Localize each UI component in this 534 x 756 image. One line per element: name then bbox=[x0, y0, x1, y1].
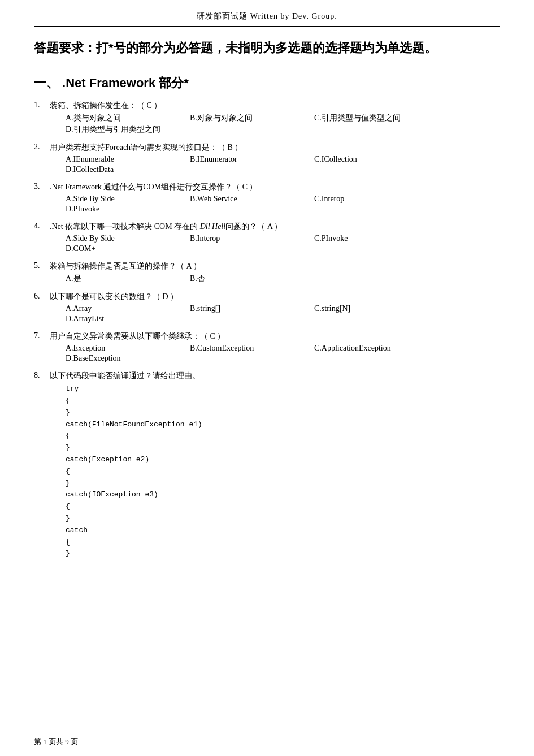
code-line-12: } bbox=[66, 513, 500, 525]
q1-options: A.类与对象之间 B.对象与对象之间 C.引用类型与值类型之间 D.引用类型与引… bbox=[66, 113, 500, 136]
q6-opt-b: B.string[] bbox=[190, 304, 314, 313]
q5-opt-b: B.否 bbox=[190, 274, 314, 284]
code-line-15: } bbox=[66, 548, 500, 560]
q3-content: .Net Framework 通过什么与COM组件进行交互操作？（ C ） A.… bbox=[50, 182, 500, 215]
page-header: 研发部面试题 Written by Dev. Group. bbox=[34, 11, 500, 27]
q4-opt-b: B.Interop bbox=[190, 234, 314, 243]
q3-text: .Net Framework 通过什么与COM组件进行交互操作？（ C ） bbox=[50, 182, 500, 192]
page-container: 研发部面试题 Written by Dev. Group. 答题要求：打*号的部… bbox=[0, 0, 534, 756]
q5-options: A.是 B.否 bbox=[66, 274, 500, 285]
q7-opt-a: A.Exception bbox=[66, 344, 190, 353]
q7-options: A.Exception B.CustomException C.Applicat… bbox=[66, 344, 500, 364]
footer-text: 第 1 页共 9 页 bbox=[34, 737, 78, 746]
question-5: 装箱与拆箱操作是否是互逆的操作？（ A ） A.是 B.否 bbox=[34, 261, 500, 285]
section1-title: 一、 .Net Framework 部分* bbox=[34, 75, 500, 92]
q2-opt-a: A.IEnumerable bbox=[66, 155, 190, 164]
q6-content: 以下哪个是可以变长的数组？（ D ） A.Array B.string[] C.… bbox=[50, 292, 500, 325]
q2-text: 用户类若想支持Foreach语句需要实现的接口是：（ B ） bbox=[50, 142, 500, 153]
q4-opt-a: A.Side By Side bbox=[66, 234, 190, 243]
q2-options: A.IEnumerable B.IEnumerator C.ICollectio… bbox=[66, 155, 500, 175]
q7-opt-c: C.ApplicationException bbox=[314, 344, 439, 353]
q1-opt-b: B.对象与对象之间 bbox=[190, 113, 314, 123]
code-line-3: } bbox=[66, 407, 500, 419]
instructions-text: 答题要求：打*号的部分为必答题，未指明为多选题的选择题均为单选题。 bbox=[34, 41, 437, 55]
q3-opt-b: B.Web Service bbox=[190, 195, 314, 204]
q1-text: 装箱、拆箱操作发生在：（ C ） bbox=[50, 101, 500, 111]
q8-code: try { } catch(FileNotFoundException e1) … bbox=[66, 383, 500, 560]
q2-opt-c: C.ICollection bbox=[314, 155, 439, 164]
q8-content: 以下代码段中能否编译通过？请给出理由。 try { } catch(FileNo… bbox=[50, 371, 500, 560]
q2-opt-b: B.IEnumerator bbox=[190, 155, 314, 164]
q6-opt-a: A.Array bbox=[66, 304, 190, 313]
q7-opt-d: D.BaseException bbox=[66, 354, 190, 363]
code-line-7: catch(Exception e2) bbox=[66, 454, 500, 466]
questions-list: 装箱、拆箱操作发生在：（ C ） A.类与对象之间 B.对象与对象之间 C.引用… bbox=[34, 101, 500, 560]
q4-options: A.Side By Side B.Interop C.PInvoke D.COM… bbox=[66, 234, 500, 254]
q6-opt-d: D.ArrayList bbox=[66, 314, 190, 323]
q6-text: 以下哪个是可以变长的数组？（ D ） bbox=[50, 292, 500, 302]
q2-content: 用户类若想支持Foreach语句需要实现的接口是：（ B ） A.IEnumer… bbox=[50, 142, 500, 175]
q2-opt-d: D.ICollectData bbox=[66, 165, 190, 174]
q7-opt-b: B.CustomException bbox=[190, 344, 314, 353]
q4-opt-d: D.COM+ bbox=[66, 244, 190, 253]
q5-opt-a: A.是 bbox=[66, 274, 190, 284]
q3-opt-d: D.PInvoke bbox=[66, 205, 190, 214]
code-line-14: { bbox=[66, 537, 500, 548]
q1-content: 装箱、拆箱操作发生在：（ C ） A.类与对象之间 B.对象与对象之间 C.引用… bbox=[50, 101, 500, 136]
question-6: 以下哪个是可以变长的数组？（ D ） A.Array B.string[] C.… bbox=[34, 292, 500, 325]
code-line-8: { bbox=[66, 466, 500, 478]
code-line-11: { bbox=[66, 501, 500, 513]
q8-text: 以下代码段中能否编译通过？请给出理由。 bbox=[50, 371, 500, 381]
q5-text: 装箱与拆箱操作是否是互逆的操作？（ A ） bbox=[50, 261, 500, 271]
q1-opt-c: C.引用类型与值类型之间 bbox=[314, 113, 439, 123]
question-4: .Net 依靠以下哪一项技术解决 COM 存在的 Dll Hell问题的？（ A… bbox=[34, 222, 500, 254]
q4-italic: Dll Hell bbox=[200, 222, 226, 231]
q3-opt-c: C.Interop bbox=[314, 195, 439, 204]
question-2: 用户类若想支持Foreach语句需要实现的接口是：（ B ） A.IEnumer… bbox=[34, 142, 500, 175]
code-line-5: { bbox=[66, 430, 500, 442]
question-8: 以下代码段中能否编译通过？请给出理由。 try { } catch(FileNo… bbox=[34, 371, 500, 560]
code-line-9: } bbox=[66, 478, 500, 490]
question-3: .Net Framework 通过什么与COM组件进行交互操作？（ C ） A.… bbox=[34, 182, 500, 215]
code-line-4: catch(FileNotFoundException e1) bbox=[66, 419, 500, 431]
q6-options: A.Array B.string[] C.string[N] D.ArrayLi… bbox=[66, 304, 500, 325]
code-line-1: try bbox=[66, 383, 500, 395]
question-1: 装箱、拆箱操作发生在：（ C ） A.类与对象之间 B.对象与对象之间 C.引用… bbox=[34, 101, 500, 136]
code-line-13: catch bbox=[66, 525, 500, 537]
code-line-6: } bbox=[66, 442, 500, 454]
code-line-2: { bbox=[66, 395, 500, 407]
q3-opt-a: A.Side By Side bbox=[66, 195, 190, 204]
question-7: 用户自定义异常类需要从以下哪个类继承：（ C ） A.Exception B.C… bbox=[34, 331, 500, 364]
q1-opt-d: D.引用类型与引用类型之间 bbox=[66, 124, 190, 135]
code-line-10: catch(IOException e3) bbox=[66, 489, 500, 501]
q1-opt-a: A.类与对象之间 bbox=[66, 113, 190, 123]
instructions: 答题要求：打*号的部分为必答题，未指明为多选题的选择题均为单选题。 bbox=[34, 38, 500, 58]
q7-content: 用户自定义异常类需要从以下哪个类继承：（ C ） A.Exception B.C… bbox=[50, 331, 500, 364]
q4-text: .Net 依靠以下哪一项技术解决 COM 存在的 Dll Hell问题的？（ A… bbox=[50, 222, 500, 232]
q5-content: 装箱与拆箱操作是否是互逆的操作？（ A ） A.是 B.否 bbox=[50, 261, 500, 285]
q6-opt-c: C.string[N] bbox=[314, 304, 439, 313]
q3-options: A.Side By Side B.Web Service C.Interop D… bbox=[66, 195, 500, 215]
q4-opt-c: C.PInvoke bbox=[314, 234, 439, 243]
header-text: 研发部面试题 Written by Dev. Group. bbox=[197, 12, 337, 20]
q4-content: .Net 依靠以下哪一项技术解决 COM 存在的 Dll Hell问题的？（ A… bbox=[50, 222, 500, 254]
page-footer: 第 1 页共 9 页 bbox=[34, 733, 500, 747]
q7-text: 用户自定义异常类需要从以下哪个类继承：（ C ） bbox=[50, 331, 500, 342]
